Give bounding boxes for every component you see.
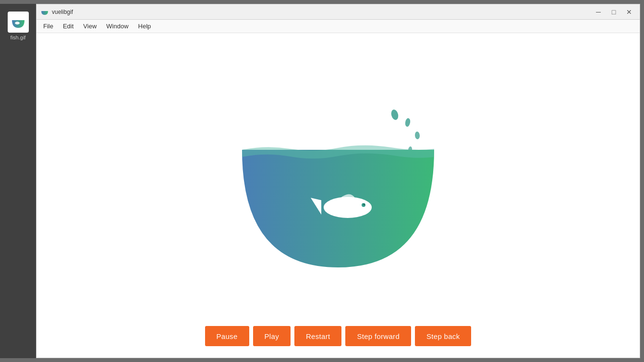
sidebar-item-label: fish.gif xyxy=(11,35,26,40)
maximize-button[interactable]: □ xyxy=(607,7,620,17)
svg-point-9 xyxy=(364,204,365,205)
menu-view[interactable]: View xyxy=(78,21,101,32)
fish-bowl-illustration xyxy=(218,61,458,291)
window-controls: ─ □ ✕ xyxy=(592,7,636,17)
menu-edit[interactable]: Edit xyxy=(58,21,78,32)
sidebar-thumb xyxy=(8,12,29,33)
menu-file[interactable]: File xyxy=(38,21,58,32)
gif-viewer xyxy=(36,33,640,319)
pause-button[interactable]: Pause xyxy=(205,326,249,346)
sidebar: fish.gif xyxy=(0,4,36,358)
step-back-button[interactable]: Step back xyxy=(415,326,471,346)
controls-bar: Pause Play Restart Step forward Step bac… xyxy=(205,319,472,358)
svg-point-2 xyxy=(405,118,411,127)
sidebar-item-fish-gif[interactable]: fish.gif xyxy=(3,9,34,43)
menu-help[interactable]: Help xyxy=(134,21,156,32)
window-title: vuelibgif xyxy=(52,9,592,15)
play-button[interactable]: Play xyxy=(253,326,291,346)
svg-point-0 xyxy=(15,22,20,24)
minimize-button[interactable]: ─ xyxy=(592,7,605,17)
main-window: vuelibgif ─ □ ✕ File Edit View Window He… xyxy=(36,4,640,358)
close-button[interactable]: ✕ xyxy=(622,7,636,17)
menu-window[interactable]: Window xyxy=(101,21,133,32)
menu-bar: File Edit View Window Help xyxy=(36,20,640,33)
step-forward-button[interactable]: Step forward xyxy=(345,326,411,346)
title-bar: vuelibgif ─ □ ✕ xyxy=(36,4,640,20)
svg-point-6 xyxy=(324,197,372,218)
svg-point-1 xyxy=(390,109,399,121)
restart-button[interactable]: Restart xyxy=(294,326,341,346)
content-area: Pause Play Restart Step forward Step bac… xyxy=(36,33,640,358)
app-icon xyxy=(40,8,49,16)
svg-point-3 xyxy=(414,132,420,140)
